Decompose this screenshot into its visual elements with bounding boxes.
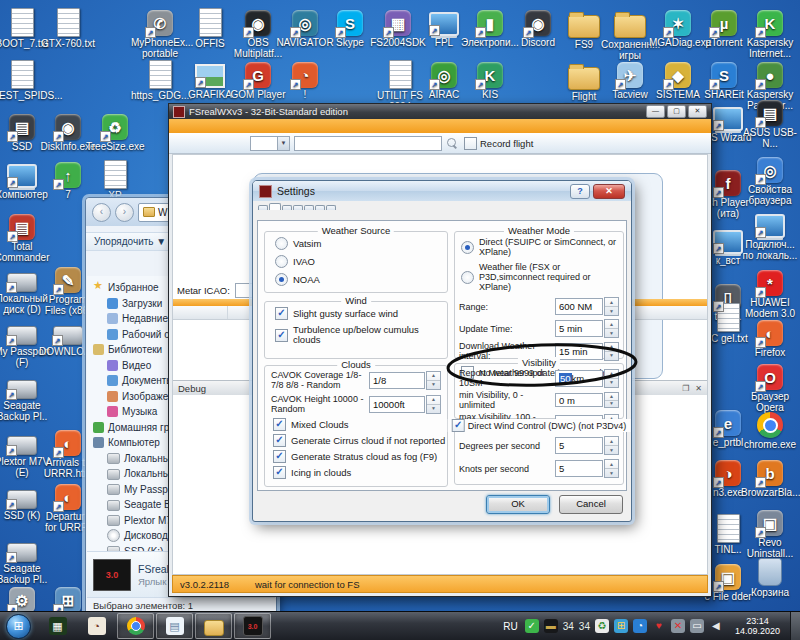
settings-tab[interactable] <box>269 203 281 210</box>
desktop-icon[interactable]: ♻ TreeSize.exe <box>86 112 144 152</box>
settings-tab[interactable] <box>326 205 336 210</box>
close-icon[interactable]: ✕ <box>593 184 625 199</box>
grid-column-header[interactable] <box>173 306 228 319</box>
search-input[interactable] <box>294 136 442 151</box>
tray-icon[interactable]: ♥ <box>652 619 666 633</box>
desktop-icon[interactable]: Seagate Backup Pl.. <box>0 372 51 422</box>
spinner-icon[interactable]: ▲▼ <box>604 297 619 316</box>
wind-checkbox[interactable]: Slight gusty surface wind <box>275 307 447 320</box>
desktop-icon[interactable]: ◐ Firefox <box>741 318 799 358</box>
taskbar-app-button[interactable]: 3.0 <box>234 613 271 639</box>
show-desktop-button[interactable] <box>790 612 800 640</box>
toolbar-button[interactable] <box>234 141 246 145</box>
settings-tab[interactable] <box>304 205 314 210</box>
language-indicator[interactable]: RU <box>503 621 517 632</box>
icao-dropdown[interactable]: ▼ <box>250 136 290 151</box>
desktop-icon[interactable]: ▤ Total Commander <box>0 212 51 263</box>
toolbar-button[interactable] <box>174 141 186 145</box>
ok-button[interactable]: OK <box>486 495 550 514</box>
toolbar-button[interactable] <box>210 141 222 145</box>
tray-icon[interactable]: ▬ <box>544 619 558 633</box>
cancel-button[interactable]: Cancel <box>559 495 623 514</box>
tray-icon[interactable]: 34 <box>579 621 590 632</box>
settings-tab[interactable] <box>282 205 292 210</box>
spinner-icon[interactable]: ▲▼ <box>604 319 619 338</box>
field-value[interactable]: 15 min <box>555 343 603 360</box>
field-value[interactable]: 5 min <box>555 320 603 337</box>
start-button[interactable]: ⊞ <box>6 614 31 639</box>
toolbar-button[interactable] <box>186 141 198 145</box>
close-panel-icon[interactable]: ✕ <box>695 384 702 393</box>
tray-icon[interactable]: ⊞ <box>614 619 628 633</box>
help-icon[interactable]: ? <box>570 184 590 199</box>
desktop-icon[interactable]: Подключ... по локаль... <box>741 210 799 261</box>
fsrealwx-title-bar[interactable]: FSrealWXv3 - 32-Bit-Standard edition — ▢… <box>169 104 711 119</box>
desktop-icon[interactable]: XP <box>86 160 144 201</box>
desktop-icon[interactable]: Корзина <box>741 558 799 598</box>
field-value[interactable]: 5 <box>555 437 603 454</box>
desktop-icon[interactable]: chrome.exe <box>741 410 799 450</box>
taskbar-app-button[interactable]: ▦ <box>39 613 76 639</box>
tray-icon[interactable]: ✕ <box>671 619 685 633</box>
spinner-icon[interactable]: ▲▼ <box>604 369 619 388</box>
report-metar-value[interactable]: 50 km <box>555 370 603 387</box>
forward-icon[interactable]: › <box>115 203 134 222</box>
weather-source-radio[interactable]: IVAO <box>275 255 447 268</box>
clouds-checkbox[interactable]: Generate Stratus cloud as fog (F9) <box>273 450 447 463</box>
field-value[interactable]: 0 m <box>555 393 603 407</box>
spinner-icon[interactable]: ▲▼ <box>604 436 619 455</box>
tray-icon[interactable]: 34 <box>563 621 574 632</box>
spinner-icon[interactable]: ▲▼ <box>426 371 441 390</box>
tray-icon[interactable]: ◀ <box>709 619 723 633</box>
tray-icon[interactable]: ▭ <box>690 619 704 633</box>
close-icon[interactable]: ✕ <box>688 105 707 118</box>
clouds-checkbox[interactable]: Generate Cirrus cloud if not reported <box>273 434 447 447</box>
taskbar-app-button[interactable] <box>117 613 154 639</box>
spinner-icon[interactable]: ▲▼ <box>604 342 619 361</box>
taskbar-app-button[interactable]: ▤ <box>156 613 193 639</box>
desktop-icon[interactable]: ▣ Revo Uninstall... <box>741 508 799 559</box>
tray-icon[interactable]: ✓ <box>525 619 539 633</box>
clouds-checkbox[interactable]: Mixed Clouds <box>273 418 447 431</box>
cavok-coverage-value[interactable]: 1/8 <box>369 372 425 389</box>
back-icon[interactable]: ‹ <box>92 203 111 222</box>
tray-icon[interactable]: ♻ <box>595 619 609 633</box>
desktop-icon[interactable]: ▤ ASUS USB-N... <box>741 98 799 149</box>
desktop-icon[interactable]: ◔ ! <box>276 60 334 100</box>
field-value[interactable]: 5 <box>555 460 603 477</box>
toolbar-button[interactable] <box>198 141 210 145</box>
record-flight-checkbox[interactable]: Record flight <box>464 137 533 150</box>
clouds-checkbox[interactable]: Icing in clouds <box>273 466 447 479</box>
field-value[interactable]: 600 NM <box>555 298 603 315</box>
dwc-legend[interactable]: Direct Wind Control (DWC) (not P3Dv4) <box>448 419 631 432</box>
desktop-icon[interactable]: O Браузер Opera <box>741 362 799 413</box>
settings-tab[interactable] <box>293 205 303 210</box>
spinner-icon[interactable]: ▲▼ <box>604 392 619 408</box>
desktop-icon[interactable]: b BrowzarBla... <box>741 458 799 498</box>
restore-panel-icon[interactable]: ❐ <box>682 384 689 393</box>
desktop-icon[interactable]: ◎ Свойства браузера <box>741 155 799 206</box>
search-icon[interactable] <box>447 138 458 149</box>
desktop-icon[interactable]: K KIS <box>461 60 519 100</box>
settings-tab[interactable] <box>258 205 268 210</box>
minimize-icon[interactable]: — <box>646 105 665 118</box>
taskbar-app-button[interactable]: ◔ <box>78 613 115 639</box>
clock[interactable]: 23:14 14.09.2020 <box>735 616 780 636</box>
toolbar-button[interactable] <box>222 141 234 145</box>
taskbar-app-button[interactable] <box>195 613 232 639</box>
spinner-icon[interactable]: ▲▼ <box>426 395 441 414</box>
desktop-icon[interactable]: * HUAWEI Modem 3.0 <box>741 268 799 319</box>
desktop-icon[interactable]: Seagate Backup Pl.. <box>0 535 51 585</box>
direct-mode-radio[interactable]: Direct (FSUIPC or SimConnect, or XPlane) <box>461 237 623 257</box>
desktop-icon[interactable]: K Kaspersky Internet... <box>741 8 799 59</box>
maximize-icon[interactable]: ▢ <box>667 105 686 118</box>
cavok-height-value[interactable]: 10000ft <box>369 396 425 413</box>
spinner-icon[interactable]: ▲▼ <box>604 459 619 478</box>
settings-tab[interactable] <box>315 205 325 210</box>
settings-title-bar[interactable]: Settings ? ✕ <box>253 181 631 201</box>
weather-file-radio[interactable]: Weather file (FSX or P3D,simconnect requ… <box>461 262 623 292</box>
desktop-icon[interactable]: TEST_SPIDS... <box>0 60 51 101</box>
tray-icon[interactable]: ◔ <box>633 619 647 633</box>
wind-checkbox[interactable]: Turbulence up/below cumulus clouds <box>275 325 447 345</box>
weather-source-radio[interactable]: NOAA <box>275 273 447 286</box>
